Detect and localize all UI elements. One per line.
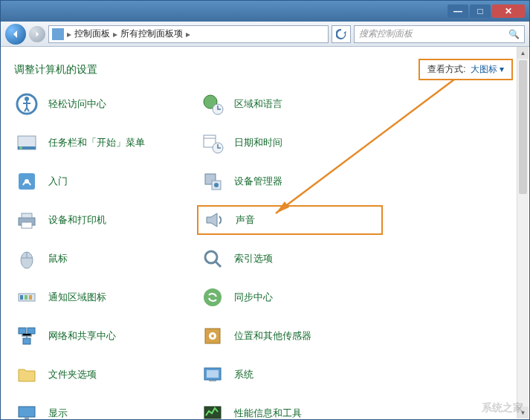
svg-rect-16 xyxy=(22,222,32,228)
item-date-time[interactable]: 日期和时间 xyxy=(197,128,383,158)
item-devices-printers[interactable]: 设备和打印机 xyxy=(11,205,197,235)
item-label: 轻松访问中心 xyxy=(48,97,106,111)
device-manager-icon xyxy=(200,169,225,194)
printer-icon xyxy=(14,207,39,233)
svg-point-6 xyxy=(19,146,22,149)
svg-rect-24 xyxy=(19,328,26,334)
item-notification-icons[interactable]: 通知区域图标 xyxy=(11,282,197,312)
item-indexing-options[interactable]: 索引选项 xyxy=(197,244,383,274)
item-folder-options[interactable]: 文件夹选项 xyxy=(11,360,197,390)
chevron-right-icon[interactable]: ▸ xyxy=(65,29,73,39)
svg-rect-34 xyxy=(25,417,29,419)
globe-clock-icon xyxy=(200,91,225,117)
view-label: 查看方式: xyxy=(427,63,465,76)
item-device-manager[interactable]: 设备管理器 xyxy=(197,167,383,196)
chevron-right-icon[interactable]: ▸ xyxy=(184,29,192,39)
item-label: 文件夹选项 xyxy=(48,368,97,381)
chevron-right-icon[interactable]: ▸ xyxy=(112,29,119,39)
item-label: 索引选项 xyxy=(234,252,273,265)
forward-button[interactable] xyxy=(29,26,45,42)
item-sound-highlight[interactable]: 声音 xyxy=(197,205,383,235)
item-system[interactable]: 系统 xyxy=(197,360,383,390)
item-label: 位置和其他传感器 xyxy=(234,329,311,343)
content-area: 调整计算机的设置 查看方式: 大图标 轻松访问中心 区域和语言 任务栏和「开始」… xyxy=(1,47,529,419)
svg-rect-26 xyxy=(23,338,30,344)
scroll-up-button[interactable]: ▲ xyxy=(517,47,529,59)
getting-started-icon xyxy=(14,169,39,194)
folder-icon xyxy=(14,362,39,387)
item-network-sharing[interactable]: 网络和共享中心 xyxy=(11,321,197,351)
item-label: 性能信息和工具 xyxy=(234,407,302,419)
titlebar: — □ ✕ xyxy=(1,1,529,22)
search-input[interactable]: 搜索控制面板 🔍 xyxy=(354,25,525,43)
item-ease-of-access[interactable]: 轻松访问中心 xyxy=(11,89,197,119)
item-display[interactable]: 显示 xyxy=(11,398,197,419)
item-mouse[interactable]: 鼠标 xyxy=(11,244,197,274)
svg-point-18 xyxy=(205,251,217,263)
svg-rect-15 xyxy=(22,213,32,218)
item-label: 区域和语言 xyxy=(234,97,282,111)
item-taskbar-start[interactable]: 任务栏和「开始」菜单 xyxy=(11,128,197,158)
view-dropdown[interactable]: 大图标 xyxy=(471,63,504,76)
watermark: 系统之家 xyxy=(482,401,523,415)
svg-point-23 xyxy=(204,288,222,306)
clock-calendar-icon xyxy=(200,130,225,155)
item-label: 同步中心 xyxy=(234,291,273,304)
mouse-icon xyxy=(14,246,39,271)
item-label: 系统 xyxy=(234,368,253,381)
breadcrumb-root[interactable]: 控制面板 xyxy=(74,28,110,40)
svg-rect-31 xyxy=(209,380,216,381)
item-label: 通知区域图标 xyxy=(48,291,106,304)
sensor-icon xyxy=(200,323,225,349)
vertical-scrollbar[interactable]: ▲ ▼ xyxy=(517,47,529,419)
item-label: 入门 xyxy=(48,175,68,188)
breadcrumb-sub[interactable]: 所有控制面板项 xyxy=(120,28,183,40)
item-sync-center[interactable]: 同步中心 xyxy=(197,282,383,312)
search-placeholder: 搜索控制面板 xyxy=(359,28,413,40)
maximize-button[interactable]: □ xyxy=(470,4,491,18)
item-label: 显示 xyxy=(48,407,68,419)
svg-point-13 xyxy=(214,183,219,187)
item-location-sensors[interactable]: 位置和其他传感器 xyxy=(197,321,383,351)
items-grid: 轻松访问中心 区域和语言 任务栏和「开始」菜单 日期和时间 入门 xyxy=(1,86,529,419)
system-icon xyxy=(200,362,225,387)
item-label: 鼠标 xyxy=(48,252,68,265)
svg-rect-25 xyxy=(28,328,35,334)
svg-rect-20 xyxy=(20,295,23,300)
speaker-icon xyxy=(201,207,227,233)
svg-rect-22 xyxy=(29,295,32,300)
item-label: 声音 xyxy=(236,213,255,227)
performance-icon xyxy=(200,401,225,419)
view-selector-highlight: 查看方式: 大图标 xyxy=(418,59,513,80)
minimize-button[interactable]: — xyxy=(447,4,468,18)
svg-point-1 xyxy=(25,97,29,101)
svg-rect-32 xyxy=(207,370,219,378)
item-region-language[interactable]: 区域和语言 xyxy=(197,89,383,119)
item-getting-started[interactable]: 入门 xyxy=(11,167,197,196)
network-icon xyxy=(14,323,39,349)
sync-icon xyxy=(200,285,225,310)
navbar: ▸ 控制面板 ▸ 所有控制面板项 ▸ 搜索控制面板 🔍 xyxy=(1,22,529,47)
close-button[interactable]: ✕ xyxy=(492,4,525,18)
tray-icon xyxy=(14,285,39,310)
refresh-button[interactable] xyxy=(332,25,351,43)
svg-rect-21 xyxy=(25,295,28,300)
control-panel-window: — □ ✕ ▸ 控制面板 ▸ 所有控制面板项 ▸ 搜索控制面板 🔍 调整计算机的… xyxy=(0,0,530,420)
search-icon: 🔍 xyxy=(508,29,520,39)
back-button[interactable] xyxy=(5,24,26,45)
search-index-icon xyxy=(200,246,225,271)
page-title: 调整计算机的设置 xyxy=(14,63,97,77)
taskbar-icon xyxy=(14,130,39,155)
item-label: 日期和时间 xyxy=(234,136,282,149)
breadcrumb[interactable]: ▸ 控制面板 ▸ 所有控制面板项 ▸ xyxy=(48,25,329,43)
scroll-thumb[interactable] xyxy=(519,60,527,194)
control-panel-icon xyxy=(52,28,64,40)
item-label: 任务栏和「开始」菜单 xyxy=(48,136,145,149)
item-label: 网络和共享中心 xyxy=(48,329,116,343)
item-label: 设备和打印机 xyxy=(48,213,106,227)
ease-of-access-icon xyxy=(14,91,39,117)
svg-point-29 xyxy=(211,335,214,337)
item-label: 设备管理器 xyxy=(234,175,282,188)
item-performance-info[interactable]: 性能信息和工具 xyxy=(197,398,383,419)
svg-rect-33 xyxy=(19,407,35,417)
